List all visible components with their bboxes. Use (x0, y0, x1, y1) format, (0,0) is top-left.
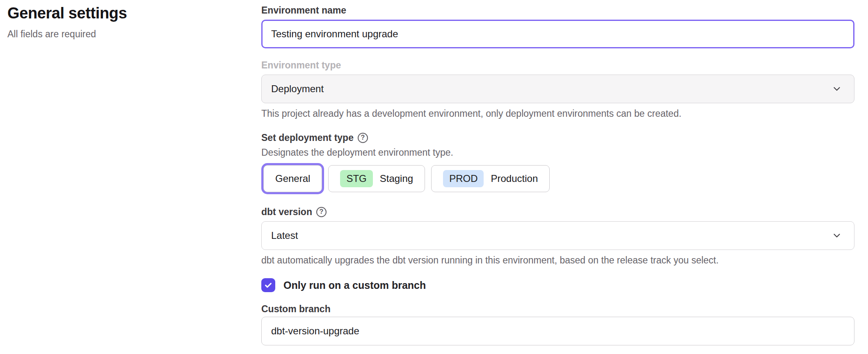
deployment-type-label-row: Set deployment type ? (261, 132, 854, 143)
environment-type-field: Environment type Deployment This project… (261, 60, 854, 119)
help-icon[interactable]: ? (316, 207, 327, 217)
help-icon[interactable]: ? (358, 133, 368, 143)
dbt-version-select[interactable]: Latest (261, 221, 854, 250)
dbt-version-label-row: dbt version ? (261, 206, 854, 217)
environment-settings-form: Environment name Environment type Deploy… (261, 5, 854, 345)
environment-type-value: Deployment (271, 83, 324, 95)
deployment-type-label: Set deployment type (261, 132, 354, 143)
environment-type-helper: This project already has a development e… (261, 108, 854, 119)
deployment-type-staging-label: Staging (380, 173, 413, 184)
deployment-type-general-button[interactable]: General (263, 165, 322, 192)
deployment-type-production-label: Production (491, 173, 538, 184)
environment-type-select[interactable]: Deployment (261, 75, 854, 103)
dbt-version-value: Latest (271, 230, 298, 241)
section-header: General settings All fields are required (7, 4, 237, 40)
chevron-down-icon (831, 230, 842, 241)
deployment-type-helper: Designates the deployment environment ty… (261, 147, 854, 158)
environment-name-input[interactable] (261, 20, 854, 48)
custom-branch-label: Custom branch (261, 304, 331, 314)
custom-branch-input[interactable] (261, 317, 854, 345)
deployment-type-production-button[interactable]: PROD Production (431, 165, 550, 192)
deployment-type-general-label: General (275, 173, 310, 184)
custom-branch-checkbox[interactable] (261, 278, 275, 292)
dbt-version-field: dbt version ? Latest dbt automatically u… (261, 206, 854, 266)
deployment-type-options: General STG Staging PROD Production (261, 163, 854, 194)
deployment-type-field: Set deployment type ? Designates the dep… (261, 132, 854, 194)
page-subtitle: All fields are required (7, 29, 237, 40)
environment-name-label: Environment name (261, 5, 346, 16)
environment-name-field: Environment name (261, 5, 854, 48)
general-settings-page: General settings All fields are required… (0, 0, 868, 354)
chevron-down-icon (831, 84, 842, 94)
deployment-type-staging-button[interactable]: STG Staging (328, 165, 425, 192)
dbt-version-helper: dbt automatically upgrades the dbt versi… (261, 255, 854, 266)
dbt-version-label: dbt version (261, 206, 312, 217)
custom-branch-toggle-label: Only run on a custom branch (283, 279, 426, 291)
environment-type-label: Environment type (261, 60, 341, 70)
checkmark-icon (264, 281, 273, 290)
page-title: General settings (7, 4, 237, 23)
custom-branch-field: Custom branch (261, 304, 854, 345)
production-badge: PROD (443, 170, 484, 187)
custom-branch-toggle-row: Only run on a custom branch (261, 278, 854, 292)
staging-badge: STG (340, 170, 372, 187)
